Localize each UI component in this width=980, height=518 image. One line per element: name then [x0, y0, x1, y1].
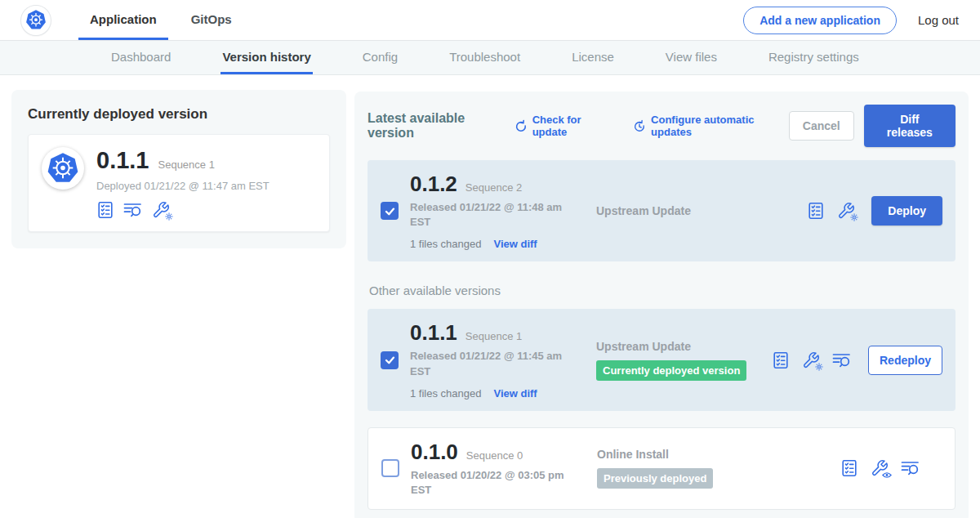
- released-timestamp: Released 01/20/22 @ 03:05 pm EST: [411, 468, 574, 498]
- deploy-logs-icon[interactable]: [901, 459, 920, 477]
- subnav-item-config[interactable]: Config: [361, 41, 399, 74]
- configure-updates-label: Configure automatic updates: [651, 114, 789, 138]
- subnav-item-registry-settings[interactable]: Registry settings: [767, 41, 861, 74]
- clock-refresh-icon: [633, 119, 646, 133]
- subnav-label: License: [572, 50, 614, 64]
- edit-config-icon[interactable]: [802, 351, 820, 369]
- row-actions: Deploy: [807, 196, 942, 226]
- currently-deployed-card: Currently deployed version 0.1.1 Sequenc…: [11, 90, 346, 248]
- version-row-0-1-1: 0.1.1 Sequence 1 Released 01/21/22 @ 11:…: [368, 309, 956, 410]
- subnav-label: Troubleshoot: [449, 50, 520, 64]
- app-kubernetes-icon: [42, 147, 84, 190]
- app-subnav: Dashboard Version history Config Trouble…: [0, 41, 980, 75]
- view-diff-link[interactable]: View diff: [493, 238, 537, 250]
- panel-header: Latest available version Check for updat…: [368, 105, 956, 147]
- version-history-panel: Latest available version Check for updat…: [354, 92, 969, 518]
- topnav-right-group: Add a new application Log out: [743, 0, 959, 40]
- source-label: Upstream Update: [596, 204, 807, 217]
- subnav-label: View files: [666, 50, 717, 64]
- preflight-checks-icon[interactable]: [96, 201, 114, 219]
- version-row-0-1-2: 0.1.2 Sequence 2 Released 01/21/22 @ 11:…: [368, 160, 956, 261]
- version-checkbox[interactable]: [381, 459, 399, 477]
- deployed-timestamp: Deployed 01/21/22 @ 11:47 am EST: [96, 180, 270, 192]
- kubernetes-logo-icon: [21, 6, 51, 35]
- row-actions: Redeploy: [772, 346, 942, 375]
- released-timestamp: Released 01/21/22 @ 11:45 am EST: [410, 349, 573, 378]
- diff-releases-button[interactable]: Diff releases: [864, 105, 956, 147]
- version-checkbox[interactable]: [381, 351, 399, 369]
- kots-admin-console: Application GitOps Add a new application…: [0, 0, 980, 518]
- deploy-logs-icon[interactable]: [123, 201, 143, 219]
- add-application-button[interactable]: Add a new application: [743, 7, 897, 34]
- redeploy-button[interactable]: Redeploy: [868, 346, 942, 375]
- source-label: Online Install: [597, 448, 840, 461]
- version-number: 0.1.2: [410, 172, 457, 197]
- tab-application-label: Application: [90, 12, 157, 26]
- latest-available-title: Latest available version: [368, 111, 506, 141]
- deploy-button[interactable]: Deploy: [871, 196, 942, 226]
- tab-application[interactable]: Application: [78, 0, 168, 40]
- edit-config-icon[interactable]: [837, 202, 855, 220]
- preflight-checks-icon[interactable]: [840, 459, 858, 477]
- released-timestamp: Released 01/21/22 @ 11:48 am EST: [410, 200, 573, 230]
- refresh-icon: [514, 119, 528, 133]
- subnav-label: Version history: [222, 50, 310, 64]
- version-number: 0.1.0: [411, 440, 458, 465]
- version-info: 0.1.1 Sequence 1 Released 01/21/22 @ 11:…: [410, 320, 586, 399]
- subnav-label: Dashboard: [111, 50, 171, 64]
- deploy-logs-icon[interactable]: [832, 351, 852, 369]
- version-row-0-1-0: 0.1.0 Sequence 0 Released 01/20/22 @ 03:…: [368, 427, 956, 510]
- deployed-version-box: 0.1.1 Sequence 1 Deployed 01/21/22 @ 11:…: [28, 134, 330, 232]
- checkmark-icon: [384, 354, 396, 366]
- version-source: Online Install Previously deployed: [597, 448, 840, 489]
- preflight-checks-icon[interactable]: [772, 351, 790, 369]
- currently-deployed-title: Currently deployed version: [28, 106, 330, 123]
- subnav-item-dashboard[interactable]: Dashboard: [109, 41, 172, 74]
- tab-gitops-label: GitOps: [191, 12, 232, 26]
- files-changed-label: 1 files changed: [410, 387, 481, 400]
- version-source: Upstream Update Currently deployed versi…: [596, 340, 772, 381]
- deployed-action-icons: [96, 201, 270, 219]
- logout-link[interactable]: Log out: [918, 13, 959, 27]
- deployed-sequence-label: Sequence 1: [158, 159, 215, 171]
- version-source: Upstream Update: [596, 204, 807, 217]
- check-for-update-link[interactable]: Check for update: [514, 114, 613, 138]
- row-actions: [840, 459, 920, 477]
- top-navbar: Application GitOps Add a new application…: [0, 0, 980, 41]
- version-info: 0.1.0 Sequence 0 Released 01/20/22 @ 03:…: [411, 440, 587, 498]
- cancel-button[interactable]: Cancel: [789, 111, 854, 141]
- edit-config-icon[interactable]: [152, 201, 170, 219]
- sequence-label: Sequence 1: [466, 330, 522, 342]
- view-config-icon[interactable]: [871, 459, 889, 477]
- view-diff-link[interactable]: View diff: [493, 387, 537, 400]
- check-for-update-label: Check for update: [532, 114, 614, 138]
- subnav-item-view-files[interactable]: View files: [664, 41, 719, 74]
- other-versions-title: Other available versions: [369, 284, 956, 297]
- currently-deployed-badge: Currently deployed version: [596, 360, 746, 381]
- deployed-info: 0.1.1 Sequence 1 Deployed 01/21/22 @ 11:…: [96, 147, 270, 219]
- subnav-label: Registry settings: [768, 50, 859, 64]
- version-number: 0.1.1: [410, 320, 457, 346]
- version-info: 0.1.2 Sequence 2 Released 01/21/22 @ 11:…: [410, 172, 586, 250]
- deployed-version-number: 0.1.1: [96, 147, 149, 174]
- previously-deployed-badge: Previously deployed: [597, 468, 713, 489]
- version-checkbox[interactable]: [381, 202, 399, 220]
- checkmark-icon: [384, 205, 396, 217]
- subnav-item-troubleshoot[interactable]: Troubleshoot: [448, 41, 522, 74]
- sequence-label: Sequence 2: [466, 181, 522, 194]
- files-changed-label: 1 files changed: [410, 238, 481, 250]
- sequence-label: Sequence 0: [466, 449, 523, 462]
- subnav-item-license[interactable]: License: [570, 41, 616, 74]
- subnav-item-version-history[interactable]: Version history: [220, 41, 312, 74]
- subnav-label: Config: [363, 50, 398, 64]
- configure-updates-link[interactable]: Configure automatic updates: [633, 114, 789, 138]
- tab-gitops[interactable]: GitOps: [180, 0, 243, 40]
- source-label: Upstream Update: [596, 340, 772, 353]
- preflight-checks-icon[interactable]: [807, 202, 825, 220]
